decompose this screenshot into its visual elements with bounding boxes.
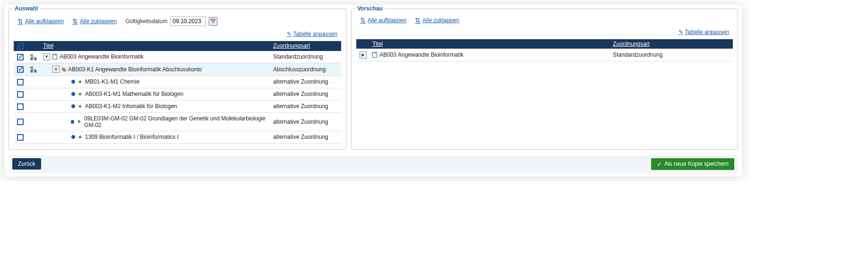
row-checkbox[interactable] — [17, 66, 24, 73]
pencil-icon: ✎ — [287, 31, 292, 37]
vorschau-toolbar: ⇅ Alle aufklappen ⇅ Alle zuklappen — [356, 12, 733, 27]
puzzle-icon: ✦ — [77, 91, 83, 98]
row-checkbox[interactable] — [17, 54, 24, 60]
dot-icon — [71, 92, 75, 96]
row-title: AB003-K1-M1 Mathematik für Biologen — [85, 91, 183, 97]
table-row[interactable]: ▼⬮AB003-K1 Angewandte Bioinformatik Absc… — [14, 63, 341, 76]
preview-expand-all-link[interactable]: ⇅ Alle aufklappen — [360, 17, 406, 24]
vorschau-panel: Vorschau ⇅ Alle aufklappen ⇅ Alle zuklap… — [351, 8, 738, 150]
table-row[interactable]: ✦AB003-K1-M1 Mathematik für Biologenalte… — [14, 88, 341, 100]
preview-collapse-all-link[interactable]: ⇅ Alle zuklappen — [415, 17, 459, 24]
svg-rect-3 — [31, 67, 33, 68]
dot-icon — [71, 120, 74, 124]
puzzle-icon: ✦ — [77, 103, 83, 110]
auswahl-panel: Auswahl ⇅ Alle aufklappen ⇅ Alle zuklapp… — [9, 8, 346, 150]
calendar-icon: 📅 — [210, 18, 216, 25]
hierarchy-icon — [30, 66, 37, 72]
validity-date-input[interactable] — [171, 17, 206, 26]
back-button[interactable]: Zurück — [12, 158, 41, 170]
validity-date-label: Gültigkeitsdatum — [125, 18, 167, 25]
svg-rect-2 — [34, 58, 36, 60]
pencil-icon: ✎ — [679, 29, 683, 35]
preview-row-title: AB003 Angewandte Bioinformatik — [379, 51, 464, 58]
svg-rect-0 — [31, 54, 33, 56]
hierarchy-icon — [30, 53, 37, 60]
back-button-label: Zurück — [18, 161, 35, 167]
row-checkbox[interactable] — [17, 119, 24, 125]
expand-toggle[interactable]: ▶ — [360, 51, 367, 59]
row-assignment-type: alternative Zuordnung — [270, 88, 341, 100]
dot-icon — [71, 135, 75, 139]
row-assignment-type: alternative Zuordnung — [270, 112, 341, 131]
expand-all-icon: ⇅ — [17, 17, 23, 25]
preview-collapse-all-label: Alle zuklappen — [422, 17, 459, 24]
row-title: 09LE03M-GM-02 GM-02 Grundlagen der Genet… — [84, 115, 267, 128]
expand-toggle[interactable]: ▼ — [43, 53, 50, 60]
document-icon — [52, 54, 57, 60]
row-checkbox[interactable] — [17, 91, 24, 98]
table-row[interactable]: ✦09LE03M-GM-02 GM-02 Grundlagen der Gene… — [14, 112, 341, 131]
row-title: MB01-K1-M1 Chemie — [85, 78, 139, 85]
assignment-type-header[interactable]: Zuordnungsart — [270, 41, 341, 51]
table-row[interactable]: ✦MB01-K1-M1 Chemiealternative Zuordnung — [14, 76, 341, 88]
collapse-all-icon: ⇅ — [72, 17, 78, 25]
svg-rect-5 — [34, 70, 36, 72]
save-copy-button[interactable]: ✓ Als neue Kopie speichern — [651, 158, 734, 170]
expand-spacer — [62, 91, 69, 98]
expand-spacer — [62, 118, 69, 125]
expand-all-link[interactable]: ⇅ Alle aufklappen — [17, 17, 64, 25]
row-assignment-type: alternative Zuordnung — [270, 100, 341, 112]
preview-row-type: Standardzuordnung — [610, 49, 733, 61]
expand-toggle[interactable]: ▼ — [52, 66, 60, 73]
vorschau-title: Vorschau — [355, 5, 385, 12]
table-row[interactable]: ✦1309 Bioinformatik I / Bioinformatics I… — [14, 131, 341, 143]
footer-bar: Zurück ✓ Als neue Kopie speichern — [9, 155, 738, 173]
pill-icon: ⬮ — [60, 65, 68, 73]
row-title: AB003-K1 Angewandte Bioinformatik Abschl… — [68, 66, 202, 73]
puzzle-icon: ✦ — [77, 78, 83, 85]
row-assignment-type: Standardzuordnung — [270, 51, 341, 63]
check-icon: ✓ — [657, 161, 662, 168]
document-icon — [372, 52, 377, 58]
hierarchy-header — [27, 41, 40, 51]
preview-expand-all-label: Alle aufklappen — [368, 17, 406, 24]
row-assignment-type: Abschlusszuordnung — [270, 63, 341, 76]
row-checkbox[interactable] — [17, 134, 24, 141]
calendar-button[interactable]: 📅 — [209, 17, 217, 26]
validity-date-group: Gültigkeitsdatum 📅 — [125, 17, 217, 26]
dot-icon — [71, 80, 75, 84]
adjust-table-link[interactable]: ✎ Tabelle anpassen — [287, 31, 337, 37]
vorschau-table: Titel Zuordnungsart ▶AB003 Angewandte Bi… — [356, 39, 733, 61]
expand-spacer — [62, 78, 69, 85]
table-row[interactable]: ▼AB003 Angewandte BioinformatikStandardz… — [14, 51, 341, 63]
preview-assignment-type-header[interactable]: Zuordnungsart — [610, 39, 733, 49]
title-header[interactable]: Titel — [40, 41, 270, 51]
preview-adjust-table-label: Tabelle anpassen — [685, 29, 729, 35]
preview-adjust-table-link[interactable]: ✎ Tabelle anpassen — [679, 29, 729, 35]
auswahl-table: Titel Zuordnungsart ▼AB003 Angewandte Bi… — [14, 41, 341, 144]
row-assignment-type: alternative Zuordnung — [270, 76, 341, 88]
table-row[interactable]: ✦AB003-K1-M2 Infomatik für Biologenalter… — [14, 100, 341, 112]
collapse-all-icon: ⇅ — [415, 17, 421, 24]
preview-title-header[interactable]: Titel — [370, 39, 610, 49]
row-checkbox[interactable] — [17, 79, 24, 85]
dot-icon — [71, 104, 75, 108]
preview-expand-header — [356, 39, 370, 49]
expand-spacer — [62, 134, 69, 141]
row-title: AB003 Angewandte Bioinformatik — [60, 53, 144, 60]
row-assignment-type: alternative Zuordnung — [270, 131, 341, 143]
select-all-header[interactable] — [14, 41, 27, 51]
puzzle-icon: ✦ — [77, 118, 82, 125]
save-copy-label: Als neue Kopie speichern — [664, 161, 729, 167]
collapse-all-label: Alle zuklappen — [80, 18, 117, 25]
preview-row[interactable]: ▶AB003 Angewandte BioinformatikStandardz… — [356, 49, 733, 61]
adjust-table-label: Tabelle anpassen — [293, 31, 337, 37]
auswahl-title: Auswahl — [13, 5, 40, 12]
collapse-all-link[interactable]: ⇅ Alle zuklappen — [72, 17, 117, 25]
expand-all-icon: ⇅ — [360, 17, 366, 24]
expand-spacer — [62, 103, 69, 110]
select-all-checkbox[interactable] — [17, 43, 24, 50]
row-title: 1309 Bioinformatik I / Bioinformatics I — [85, 134, 179, 140]
expand-all-label: Alle aufklappen — [25, 18, 64, 25]
row-checkbox[interactable] — [17, 103, 24, 110]
